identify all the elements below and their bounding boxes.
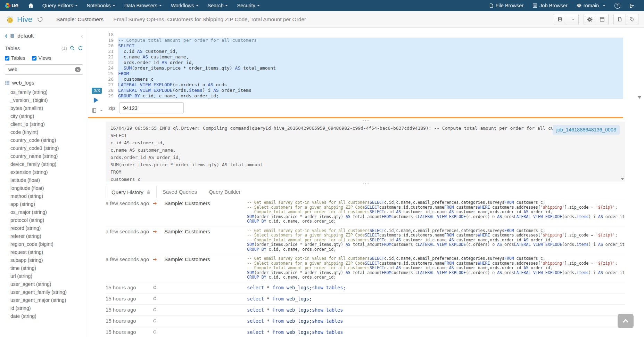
history-row[interactable]: a few seconds agoSample: Customers-- Get… [106,254,625,282]
column-item[interactable]: referer (string) [5,232,83,240]
column-item[interactable]: client_ip (string) [5,120,83,128]
history-row[interactable]: 15 hours agoselect * from web_logs;show … [106,316,625,327]
column-item[interactable]: time (string) [5,264,83,272]
nav-job-browser[interactable]: Job Browser [528,0,572,11]
nav-menu-security[interactable]: Security [232,0,264,11]
column-item[interactable]: region_code (bigint) [5,240,83,248]
column-item[interactable]: app (string) [5,200,83,208]
collapse-sidebar-icon[interactable]: ‹ [81,32,83,40]
column-item[interactable]: country_code3 (string) [5,144,83,152]
column-item[interactable]: country_name (string) [5,152,83,160]
editor-line[interactable]: 21 c.id AS customer_id, [106,49,623,54]
filter-tables[interactable]: Tables [5,55,25,61]
column-item[interactable]: date (string) [5,312,83,320]
job-link[interactable]: job_1461888648136_0003 [553,125,620,135]
search-icon[interactable] [70,46,75,51]
database-name[interactable]: default [17,33,34,39]
column-item[interactable]: latitude (float) [5,176,83,184]
column-item[interactable]: protocol (string) [5,216,83,224]
nav-user-menu[interactable]: romain [572,0,610,11]
tags-button[interactable] [626,14,638,25]
nav-menu-query-editors[interactable]: Query Editors [38,0,82,11]
editor-line[interactable]: 19-- Compute total amount per order for … [106,38,623,43]
tab-query-history[interactable]: Query History [106,186,157,198]
editor-line[interactable]: 24 SUM(order_items.price * order_items.q… [106,65,623,71]
clear-filter-icon[interactable]: ✕ [75,67,81,72]
editor-line[interactable]: 22 c.name AS customer_name, [106,54,623,60]
column-item[interactable]: city (string) [5,112,83,120]
editor-line[interactable]: 28LATERAL VIEW EXPLODE(ords.items) i AS … [106,88,623,93]
column-item[interactable]: record (string) [5,224,83,232]
column-item[interactable]: url (string) [5,272,83,280]
column-item[interactable]: os_family (string) [5,88,83,96]
query-subtitle: Email Survey Opt-Ins, Customers for Ship… [113,16,306,23]
table-entry[interactable]: web_logs [5,80,83,86]
hue-logo[interactable]: ue [5,2,18,9]
column-item[interactable]: request (string) [5,248,83,256]
refresh-icon[interactable] [78,46,83,51]
column-item[interactable]: longitude (float) [5,184,83,192]
editor-line[interactable]: 27LATERAL VIEW EXPLODE(c.orders) o AS or… [106,82,623,88]
save-menu-button[interactable] [566,14,579,25]
hive-app-link[interactable]: Hive [6,15,32,24]
nav-menu-workflows[interactable]: Workflows [166,0,203,11]
history-row[interactable]: 15 hours agoselect * from web_logs; [106,294,625,305]
nav-menu-search[interactable]: Search [203,0,233,11]
editor-line[interactable]: 25FROM [106,71,623,77]
history-row[interactable]: 15 hours agoselect * from web_logs;show … [106,305,625,316]
nav-menu-notebooks[interactable]: Notebooks [82,0,120,11]
column-item[interactable]: subapp (string) [5,256,83,264]
query-history-icon[interactable] [37,16,43,22]
history-row[interactable]: a few seconds agoSample: Customers-- Get… [106,198,625,226]
filter-views[interactable]: Views [32,55,51,61]
clear-history-icon[interactable] [146,190,151,194]
tab-saved-queries[interactable]: Saved Queries [157,186,203,198]
log-scroll-down-icon[interactable] [621,178,624,180]
variable-row: zip [108,102,644,113]
column-item[interactable]: device_family (string) [5,160,83,168]
code-editor[interactable]: 1819-- Compute total amount per order fo… [106,32,623,99]
editor-line[interactable]: 18 [106,32,623,38]
help-button[interactable]: ? [610,0,625,11]
filter-checkbox-views[interactable] [32,56,36,61]
column-item[interactable]: id (string) [5,304,83,312]
editor-line[interactable]: 20SELECT [106,43,623,49]
editor-line[interactable]: 29GROUP BY c.id, c.name, ords.order_id; [106,93,623,99]
editor-line[interactable]: 26 customers c [106,77,623,82]
sql-line: select * from web_logs; [247,296,625,302]
column-item[interactable]: user_agent_family (string) [5,288,83,296]
column-item[interactable]: user_agent (string) [5,280,83,288]
save-button[interactable] [554,14,566,25]
new-document-button[interactable] [613,14,626,25]
history-row[interactable]: a few seconds agoSample: Customers-- Get… [106,226,625,255]
column-item[interactable]: _version_ (bigint) [5,96,83,104]
scroll-to-top-button[interactable] [618,314,634,328]
execute-button[interactable] [94,97,98,103]
log-resize-handle[interactable] [106,120,625,121]
column-item[interactable]: bytes (smallint) [5,104,83,112]
home-icon[interactable] [24,0,38,11]
column-item[interactable]: method (string) [5,192,83,200]
history-row[interactable]: 15 hours agoselect * from web_logs;show … [106,282,625,294]
editor-scroll-down-icon[interactable] [638,96,641,99]
column-item[interactable]: user_agent_major (string) [5,296,83,304]
nav-menu-data-browsers[interactable]: Data Browsers [120,0,166,11]
filter-checkbox-tables[interactable] [5,56,9,61]
schedule-button[interactable] [596,14,609,25]
column-item[interactable]: country_code (string) [5,136,83,144]
chevron-down-icon [113,5,115,6]
nav-file-browser[interactable]: File Browser [485,0,528,11]
settings-button[interactable] [584,14,596,25]
column-item[interactable]: os_major (string) [5,208,83,216]
history-resize-handle[interactable] [106,183,625,184]
history-row[interactable]: 15 hours agoselect * from web_logs;show … [106,327,625,337]
tab-query-builder[interactable]: Query Builder [203,186,247,198]
table-filter-input[interactable] [5,64,83,75]
back-chevron-icon[interactable]: ‹ [5,33,7,39]
column-item[interactable]: code (tinyint) [5,128,83,136]
snippet-menu-button[interactable] [92,108,103,113]
editor-line[interactable]: 23 ords.order_id AS order_id, [106,60,623,65]
logout-button[interactable] [625,0,639,11]
column-item[interactable]: extension (string) [5,168,83,176]
variable-input[interactable] [119,102,184,113]
